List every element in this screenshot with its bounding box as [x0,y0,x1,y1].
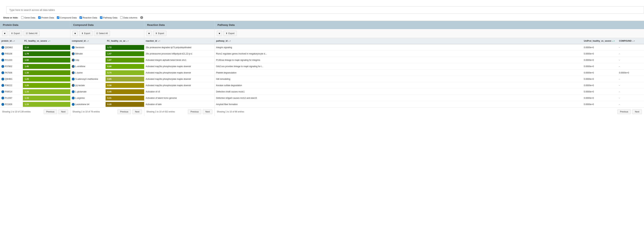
table-row[interactable]: (s)-lactate 0.56 [70,82,144,89]
pathway-uniprot-sort-arrows: ▲▼ [612,40,615,42]
table-row[interactable]: Activation of latent hcmv genome [144,95,214,101]
compound-select-all-button[interactable]: ☑ Select All [94,31,110,36]
table-row[interactable]: Activated map2ks phosphorylate mapks dow… [144,76,214,82]
reaction-id-col-header[interactable]: reaction_id ▲▼ [144,38,214,44]
table-row[interactable]: Leukotriene b4 0.20 [70,101,144,108]
table-row[interactable]: Activated map2ks phosphorylate mapks dow… [144,70,214,76]
table-row[interactable]: Q5D862 2.14 [0,44,70,51]
reaction-prev-button[interactable]: Previous [188,109,202,114]
table-row[interactable]: P05106 1.79 [0,51,70,57]
table-row[interactable]: Amyloid fiber formation 0.0000e+0 - [215,101,644,108]
protein-panel: Protein Data ▼ ⬆ Export ☑ Select All pro… [0,21,70,116]
table-row[interactable]: Grb2:sos provides linkage to mapk signal… [215,63,644,70]
table-row[interactable]: 26s proteasome degrades tp73 polyubiquit… [144,44,214,51]
table-row[interactable]: Defective st3gal3 causes mct12 and eiee1… [215,95,644,101]
row-icon [2,90,4,93]
compound-showing: Showing 1 to 10 of 78 entries [72,111,100,113]
export-icon: ⬆ [226,32,228,35]
compound-export-button[interactable]: ⬆ Export [79,31,92,36]
protein-id-sort-arrows: ▲▼ [12,40,15,42]
table-row[interactable]: S-adenosyl-l-methionine 0.65 [70,76,144,82]
protein-col-headers: protein_id ▲▼ FC_healthy_vs_severe ▲▼ [0,38,70,44]
pathway-compound-col-header[interactable]: COMPOUND ▲▼ [618,38,644,44]
pathway-panel-header: Pathway Data [215,21,644,29]
pathway-export-button[interactable]: ⬆ Export [224,31,237,36]
table-row[interactable]: P21926 1.15 [0,101,70,108]
pathway-data-toggle[interactable]: Pathway Data [100,16,117,19]
pathway-sort-button[interactable]: ▼ [217,31,222,36]
info-icon[interactable]: i [140,16,143,19]
compound-id-sort-arrows: ▲▼ [86,40,89,42]
compound-panel-header: Compound Data [70,21,144,29]
pathway-id-col-header[interactable]: pathway_id ▲▼ [215,38,582,44]
pathway-uniprot-col-header[interactable]: UniProt_healthy_vs_severe ▲▼ [582,38,618,44]
table-row[interactable]: Serotonin 1.72 [70,44,144,51]
table-row[interactable]: P67936 1.38 [0,70,70,76]
protein-showing: Showing 1 to 10 of 139 entries [2,111,30,113]
table-row[interactable]: P08514 1.15 [0,89,70,95]
protein-export-button[interactable]: ⬆ Export [9,31,22,36]
reaction-col-headers: reaction_id ▲▼ [144,38,214,44]
table-row[interactable]: L-lysine 0.75 [70,70,144,76]
compound-data-toggle[interactable]: Compound Data [57,16,77,19]
pathway-col-headers: pathway_id ▲▼ UniProt_healthy_vs_severe … [215,38,644,44]
reaction-export-button[interactable]: ⬆ Export [153,31,166,36]
table-row[interactable]: 26s proteasome processes k48polyub-k21,2… [144,51,214,57]
table-row[interactable]: Activation of talin [144,101,214,108]
protein-footer: Showing 1 to 10 of 139 entries Previous … [0,108,70,116]
reaction-next-button[interactable]: Next [203,109,212,114]
table-row[interactable]: Q9HBI1 1.28 [0,76,70,82]
pathway-next-button[interactable]: Next [632,109,642,114]
reaction-sort-button[interactable]: ▼ [146,31,152,36]
protein-select-all-button[interactable]: ☑ Select All [24,31,40,36]
table-row[interactable]: Hdl remodeling 0.0000e+0 - [215,76,644,82]
row-icon [72,103,74,106]
protein-next-button[interactable]: Next [58,109,68,114]
row-icon [2,103,4,106]
table-row[interactable]: Defective chst6 causes mcdc1 0.0000e+0 - [215,89,644,95]
table-row[interactable]: Integrin signaling 0.0000e+0 - [215,44,644,51]
pathway-footer: Showing 1 to 10 of 86 entries Previous N… [215,108,644,116]
export-icon: ⬆ [82,32,83,35]
table-row[interactable]: Runx1 regulates genes involved in megaka… [215,51,644,57]
row-icon [72,97,74,99]
table-row[interactable]: P37802 1.45 [0,63,70,70]
table-row[interactable]: Bilirubin 1.47 [70,51,144,57]
compound-prev-button[interactable]: Previous [118,109,131,114]
pathway-prev-button[interactable]: Previous [618,109,631,114]
compound-id-col-header[interactable]: compound_id ▲▼ [70,38,106,44]
protein-id-col-header[interactable]: protein_id ▲▼ [0,38,23,44]
table-row[interactable]: P11597 1.15 [0,95,70,101]
pathway-showing: Showing 1 to 10 of 86 entries [217,111,244,113]
table-row[interactable]: P36222 1.26 [0,82,70,89]
compound-sort-button[interactable]: ▼ [72,31,78,36]
table-row[interactable]: Keratan sulfate degradation 0.0000e+0 - [215,82,644,89]
compound-panel: Compound Data ▼ ⬆ Export ☑ Select All co… [70,21,144,116]
search-input[interactable] [6,6,644,14]
row-icon [72,52,74,55]
table-row[interactable]: Activated map2ks phosphorylate mapks dow… [144,63,214,70]
table-row[interactable]: L-glutamate 0.45 [70,89,144,95]
table-row[interactable]: L-ornithine 0.90 [70,63,144,70]
data-columns-toggle[interactable]: Data columns [120,16,137,19]
table-row[interactable]: P130cas linkage to mapk signaling for in… [215,57,644,63]
protein-fc-sort-arrows: ▲▼ [48,40,50,42]
protein-panel-header: Protein Data [0,21,70,29]
table-row[interactable]: Udp 1.07 [70,57,144,63]
compound-next-button[interactable]: Next [132,109,142,114]
protein-sort-button[interactable]: ▼ [2,31,8,36]
compound-fc-col-header[interactable]: FC_healthy_vs_se ▲▼ [106,38,144,44]
reaction-data-toggle[interactable]: Reaction Data [80,16,97,19]
table-row[interactable]: Activated map2ks phosphorylate mapks dow… [144,82,214,89]
table-row[interactable]: P21333 1.50 [0,57,70,63]
table-row[interactable]: Activation of c5 [144,89,214,95]
gene-data-toggle[interactable]: Gene Data [21,16,35,19]
table-row[interactable]: Platelet degranulation 0.0000e+0 0.0000e… [215,70,644,76]
protein-prev-button[interactable]: Previous [44,109,57,114]
reaction-pagination: Previous Next [188,109,212,114]
row-icon [72,84,74,87]
table-row[interactable]: L-arginine 0.41 [70,95,144,101]
protein-fc-col-header[interactable]: FC_healthy_vs_severe ▲▼ [23,38,70,44]
protein-data-toggle[interactable]: Protein Data [38,16,54,19]
table-row[interactable]: Activated integrin alphaiib beta3 binds … [144,57,214,63]
